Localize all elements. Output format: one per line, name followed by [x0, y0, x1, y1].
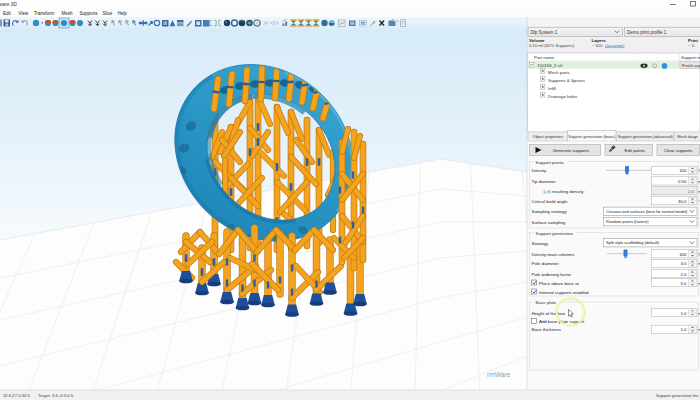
svg-text:Critical build angle: Critical build angle: [532, 199, 568, 204]
svg-text:Edit points: Edit points: [624, 148, 645, 153]
svg-text:Strategy: Strategy: [532, 241, 549, 246]
svg-text:Split style scaffolding (defau: Split style scaffolding (default): [606, 240, 660, 245]
svg-text:2.0: 2.0: [688, 189, 695, 194]
svg-text:Pole diameter: Pole diameter: [532, 261, 560, 266]
svg-text:0.50: 0.50: [678, 179, 687, 184]
svg-text:Mesh: Mesh: [62, 11, 74, 16]
svg-text:Slice: Slice: [103, 11, 113, 16]
svg-text:5.0: 5.0: [680, 281, 687, 286]
svg-text:Internal supports enabled: Internal supports enabled: [539, 290, 589, 295]
svg-text:ware 3D: ware 3D: [0, 2, 17, 7]
svg-text:32.6;27.0;30.5: 32.6;27.0;30.5: [3, 393, 30, 398]
svg-text:Sampling strategy: Sampling strategy: [532, 209, 568, 214]
svg-text:Support generation fini: Support generation fini: [656, 393, 698, 398]
svg-text:(accurate): (accurate): [605, 43, 625, 48]
svg-text:Help: Help: [118, 11, 128, 16]
svg-text:Edit: Edit: [3, 11, 12, 16]
svg-text:Random points (fastest): Random points (fastest): [606, 219, 649, 224]
svg-text:Support m: Support m: [681, 55, 700, 60]
svg-text:Transform: Transform: [34, 11, 55, 16]
svg-text:1.0: 1.0: [680, 311, 687, 316]
svg-text:100: 100: [679, 168, 687, 173]
svg-text:Support generation: Support generation: [536, 231, 574, 236]
svg-text:Object properties: Object properties: [533, 134, 563, 139]
svg-text:150156_2.stl: 150156_2.stl: [537, 63, 562, 68]
svg-text:Support points: Support points: [536, 160, 565, 165]
svg-text:Demo print profile 1: Demo print profile 1: [627, 30, 667, 35]
svg-text:Place above base at: Place above base at: [539, 281, 580, 286]
svg-text:Height of the foot: Height of the foot: [532, 311, 566, 316]
svg-text:Creases and surfaces (best for: Creases and surfaces (best for normal mo…: [606, 209, 688, 214]
svg-text:Tip diameter: Tip diameter: [532, 179, 557, 184]
svg-text:Generate supports: Generate supports: [553, 148, 590, 153]
svg-text:Pole widening factor: Pole widening factor: [532, 272, 572, 277]
svg-text:Finish sup: Finish sup: [682, 63, 700, 68]
svg-text:Drainage holes: Drainage holes: [548, 94, 578, 99]
svg-text:Support generation (advanced): Support generation (advanced): [618, 134, 674, 139]
svg-text:Clear supports: Clear supports: [664, 148, 693, 153]
svg-text:Target: 3.6;-0.5;0.5: Target: 3.6;-0.5;0.5: [38, 393, 74, 398]
svg-text:Surface sampling: Surface sampling: [532, 220, 566, 225]
svg-text:30.0: 30.0: [678, 199, 687, 204]
svg-text:Mesh parts: Mesh parts: [548, 70, 571, 75]
svg-text:2.0: 2.0: [680, 272, 687, 277]
svg-text:0.10 ml (62% Supports): 0.10 ml (62% Supports): [529, 43, 575, 48]
svg-text:1.0: 1.0: [680, 327, 687, 332]
svg-text:~ 0: ~ 0: [688, 43, 695, 48]
svg-text:Supports & Sprues: Supports & Sprues: [548, 78, 586, 83]
svg-text:100: 100: [679, 252, 687, 257]
svg-text:(->) resulting density:: (->) resulting density:: [544, 189, 585, 194]
svg-text:Part name: Part name: [534, 55, 555, 60]
svg-text:View: View: [19, 11, 29, 16]
svg-text:Density main columns: Density main columns: [532, 252, 576, 257]
svg-text:Infill: Infill: [548, 86, 556, 91]
svg-text:rmWare: rmWare: [487, 371, 511, 378]
svg-text:Density: Density: [532, 168, 547, 173]
svg-text:3.0: 3.0: [680, 261, 687, 266]
svg-text:~ 500: ~ 500: [592, 43, 603, 48]
svg-text:Base plate: Base plate: [536, 300, 557, 305]
svg-text:Dlp System 1: Dlp System 1: [531, 30, 558, 35]
svg-text:Supports: Supports: [80, 11, 99, 16]
svg-text:Support generation (basic): Support generation (basic): [568, 134, 616, 139]
svg-text:Mesh diagn: Mesh diagn: [677, 134, 698, 139]
svg-text:Base thickness: Base thickness: [532, 327, 562, 332]
